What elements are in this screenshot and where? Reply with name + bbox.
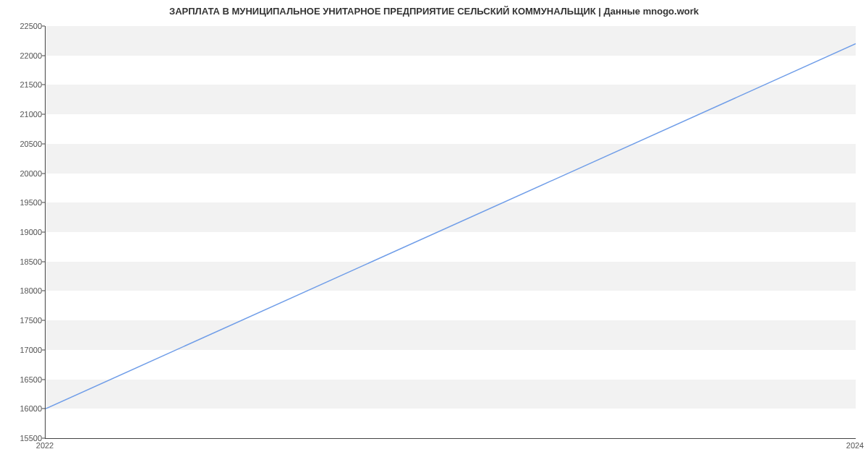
y-tick-mark <box>42 114 45 115</box>
y-tick-label: 18500 <box>4 257 42 266</box>
chart-container: ЗАРПЛАТА В МУНИЦИПАЛЬНОЕ УНИТАРНОЕ ПРЕДП… <box>0 0 868 470</box>
y-tick-mark <box>42 55 45 56</box>
y-tick-label: 21000 <box>4 110 42 119</box>
y-tick-mark <box>42 291 45 291</box>
y-tick-mark <box>42 320 45 321</box>
y-tick-mark <box>42 143 45 144</box>
y-tick-label: 22000 <box>4 51 42 60</box>
y-tick-mark <box>42 438 45 439</box>
line-chart-svg <box>46 26 856 438</box>
chart-title: ЗАРПЛАТА В МУНИЦИПАЛЬНОЕ УНИТАРНОЕ ПРЕДП… <box>0 6 868 17</box>
data-line <box>46 43 856 409</box>
y-tick-label: 22500 <box>4 22 42 30</box>
y-tick-mark <box>42 202 45 203</box>
y-tick-mark <box>42 261 45 262</box>
y-tick-label: 18000 <box>4 286 42 295</box>
plot-area <box>45 26 856 439</box>
y-tick-label: 17500 <box>4 316 42 325</box>
x-tick-label: 2024 <box>846 441 864 450</box>
y-tick-label: 21500 <box>4 80 42 89</box>
y-tick-mark <box>42 85 45 85</box>
y-tick-label: 20000 <box>4 169 42 178</box>
y-tick-label: 19000 <box>4 228 42 236</box>
y-tick-label: 16500 <box>4 375 42 384</box>
y-tick-mark <box>42 26 45 27</box>
y-tick-label: 17000 <box>4 346 42 354</box>
y-tick-mark <box>42 409 45 409</box>
y-tick-label: 19500 <box>4 198 42 207</box>
y-tick-label: 20500 <box>4 140 42 148</box>
y-tick-label: 16000 <box>4 404 42 413</box>
y-tick-mark <box>42 379 45 380</box>
y-tick-mark <box>42 173 45 174</box>
x-tick-label: 2022 <box>36 441 54 450</box>
y-tick-mark <box>42 232 45 233</box>
y-tick-mark <box>42 349 45 350</box>
